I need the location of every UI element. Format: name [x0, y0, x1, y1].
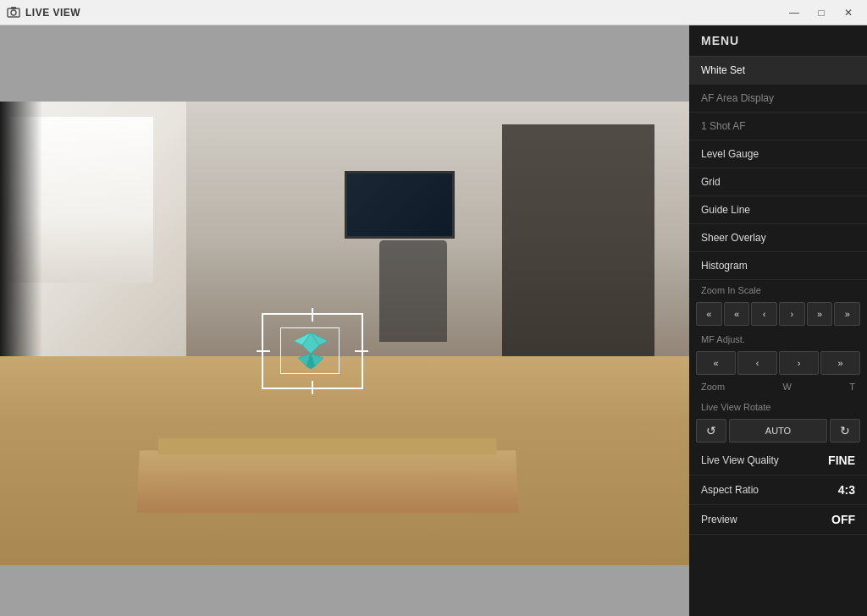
photo-area	[0, 102, 689, 565]
menu-item-live-view-quality[interactable]: Live View Quality FINE	[689, 446, 867, 476]
right-panel: MENU White Set AF Area Display 1 Shot AF…	[689, 25, 867, 616]
zoom-in-skip-fwd-far[interactable]: »	[834, 302, 860, 326]
rotate-auto-button[interactable]: AUTO	[729, 419, 827, 443]
zoom-label: Zoom	[701, 382, 725, 392]
title-text: LIVE VIEW	[25, 7, 80, 19]
menu-header: MENU	[689, 25, 867, 57]
photo-crane	[290, 328, 332, 371]
zoom-in-prev[interactable]: ‹	[751, 302, 777, 326]
mf-next[interactable]: ›	[779, 351, 819, 375]
close-button[interactable]: ✕	[837, 3, 860, 22]
title-bar: LIVE VIEW — □ ✕	[0, 0, 867, 25]
mf-adjust-nav: « ‹ › »	[689, 348, 867, 378]
menu-item-label: White Set	[701, 64, 745, 76]
svg-point-1	[11, 10, 16, 15]
menu-item-label: Sheer Overlay	[701, 232, 766, 244]
svg-rect-2	[11, 7, 16, 9]
menu-item-af-area-display[interactable]: AF Area Display	[689, 85, 867, 113]
preview-label: Preview	[701, 514, 737, 525]
menu-item-sheer-overlay[interactable]: Sheer Overlay	[689, 224, 867, 252]
photo-table	[0, 356, 689, 565]
af-side-right	[355, 350, 368, 352]
menu-item-label: Guide Line	[701, 204, 750, 216]
minimize-button[interactable]: —	[782, 3, 806, 22]
rotate-auto-label: AUTO	[765, 426, 791, 436]
zoom-in-scale-nav: « « ‹ › » »	[689, 299, 867, 329]
rotate-row: ↺ AUTO ↻	[689, 415, 867, 446]
menu-item-label: Histogram	[701, 260, 748, 272]
menu-item-level-gauge[interactable]: Level Gauge	[689, 140, 867, 168]
menu-item-histogram[interactable]: Histogram	[689, 252, 867, 280]
photo-monitor	[345, 171, 455, 239]
menu-item-preview[interactable]: Preview OFF	[689, 505, 867, 535]
menu-item-label: AF Area Display	[701, 92, 774, 104]
maximize-button[interactable]: □	[809, 3, 833, 22]
menu-item-shot-af[interactable]: 1 Shot AF	[689, 113, 867, 140]
af-side-left	[257, 350, 270, 352]
photo-chair	[379, 240, 447, 342]
photo-box	[136, 451, 518, 514]
main-container: MENU White Set AF Area Display 1 Shot AF…	[0, 25, 867, 616]
live-view-quality-label: Live View Quality	[701, 454, 779, 466]
menu-item-label: Level Gauge	[701, 148, 759, 160]
menu-item-label: 1 Shot AF	[701, 120, 746, 132]
photo-background	[0, 102, 689, 565]
rotate-left-button[interactable]: ↺	[696, 419, 726, 443]
mf-prev[interactable]: ‹	[737, 351, 777, 375]
zoom-in-skip-back-far[interactable]: «	[696, 302, 722, 326]
zoom-right-label: T	[849, 382, 855, 392]
preview-value: OFF	[831, 513, 855, 526]
menu-item-grid[interactable]: Grid	[689, 168, 867, 196]
gray-bar-bottom	[0, 565, 689, 616]
zoom-in-next[interactable]: ›	[779, 302, 805, 326]
mf-skip-back-far[interactable]: «	[696, 351, 736, 375]
crane-svg	[290, 328, 332, 371]
menu-item-aspect-ratio[interactable]: Aspect Ratio 4:3	[689, 476, 867, 505]
photo-monitor-screen	[347, 173, 452, 236]
zoom-left-label: W	[783, 382, 792, 392]
zoom-row: Zoom W T	[689, 378, 867, 397]
photo-box-top	[158, 438, 497, 455]
menu-item-label: Grid	[701, 176, 721, 188]
app-icon	[7, 6, 20, 19]
mf-adjust-label: MF Adjust.	[689, 329, 867, 348]
live-view-rotate-label: Live View Rotate	[689, 397, 867, 415]
zoom-in-skip-back[interactable]: «	[724, 302, 750, 326]
mf-skip-fwd-far[interactable]: »	[820, 351, 860, 375]
aspect-ratio-value: 4:3	[838, 483, 855, 497]
camera-view	[0, 25, 689, 616]
menu-item-guide-line[interactable]: Guide Line	[689, 196, 867, 224]
window-controls: — □ ✕	[782, 3, 860, 22]
live-view-quality-value: FINE	[828, 454, 855, 467]
menu-item-white-set[interactable]: White Set	[689, 57, 867, 85]
aspect-ratio-label: Aspect Ratio	[701, 484, 759, 496]
zoom-in-skip-fwd[interactable]: »	[807, 302, 833, 326]
rotate-right-button[interactable]: ↻	[830, 419, 860, 443]
title-left: LIVE VIEW	[7, 6, 80, 19]
gray-bar-top	[0, 25, 689, 102]
zoom-in-scale-label: Zoom In Scale	[689, 280, 867, 299]
